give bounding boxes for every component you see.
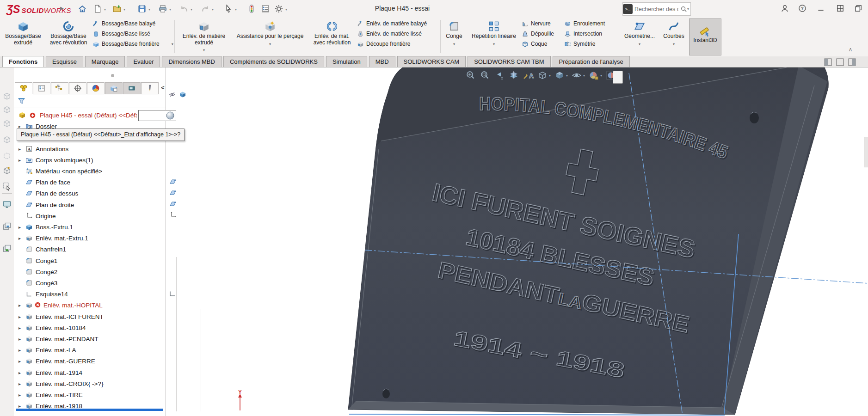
zoom-fit-icon[interactable] bbox=[465, 70, 476, 81]
tab-pr-paration-de-l-analyse[interactable]: Préparation de l'analyse bbox=[553, 56, 630, 67]
expand-icon[interactable]: ▸ bbox=[18, 236, 21, 241]
expand-icon[interactable]: ▸ bbox=[18, 158, 21, 163]
zoom-area-icon[interactable] bbox=[480, 70, 491, 81]
sketch-icon[interactable] bbox=[168, 289, 176, 297]
search-input[interactable] bbox=[633, 6, 680, 12]
tab-solidworks-cam[interactable]: SOLIDWORKS CAM bbox=[397, 56, 466, 67]
expand-icon[interactable]: ▸ bbox=[18, 370, 21, 375]
expand-icon[interactable]: ▸ bbox=[18, 124, 21, 129]
select-contour-icon[interactable] bbox=[2, 182, 12, 191]
edit-appearance-icon[interactable]: ▾ bbox=[588, 70, 602, 81]
ribbon-button-1[interactable]: Bossage/Baseavec révolution bbox=[45, 18, 92, 55]
panel-tab-configuration-manager-icon[interactable] bbox=[51, 82, 68, 94]
isometric-cube-icon[interactable] bbox=[2, 92, 12, 101]
perspective-cube-icon[interactable] bbox=[2, 135, 12, 144]
redo-icon-dropdown[interactable]: ▾ bbox=[212, 7, 214, 12]
tab-solidworks-cam-tbm[interactable]: SOLIDWORKS CAM TBM bbox=[468, 56, 550, 67]
open-icon[interactable] bbox=[112, 4, 122, 13]
expand-icon[interactable]: ▸ bbox=[18, 359, 21, 364]
filter-icon[interactable] bbox=[18, 97, 25, 105]
trimetric-cube-icon[interactable] bbox=[2, 119, 12, 128]
panel-splitter-handle[interactable] bbox=[111, 74, 114, 77]
user-account-icon[interactable] bbox=[781, 4, 790, 13]
toolbar-expand-icon[interactable]: ▶ bbox=[60, 6, 64, 11]
tab-esquisse[interactable]: Esquisse bbox=[46, 56, 83, 67]
ribbon-button-8[interactable]: Courbes▾ bbox=[659, 18, 688, 55]
command-search[interactable]: >_ ▾ bbox=[622, 2, 691, 16]
select-icon[interactable] bbox=[224, 4, 233, 13]
tab-simulation[interactable]: Simulation bbox=[326, 56, 367, 67]
panel-tab-cam-operation-icon[interactable] bbox=[123, 82, 141, 94]
panel-collapse-icon[interactable]: < bbox=[161, 84, 165, 91]
ribbon-button-5[interactable]: Congé▾ bbox=[442, 18, 466, 55]
tab-mbd[interactable]: MBD bbox=[369, 56, 395, 67]
hide-show-items-icon[interactable]: ▾ bbox=[571, 70, 585, 81]
tree-item-23[interactable]: ▸Enlèv. mat.-CROIX{ ->?} bbox=[14, 378, 165, 389]
tree-filter-row[interactable] bbox=[14, 95, 166, 108]
new-document-icon[interactable] bbox=[93, 4, 102, 13]
ribbon-button-0[interactable]: Bossage/Baseextrudé bbox=[2, 18, 44, 55]
plane-icon[interactable] bbox=[169, 200, 177, 208]
open-icon-dropdown[interactable]: ▾ bbox=[123, 7, 125, 12]
tree-item-7[interactable]: Plan de droite bbox=[14, 199, 165, 210]
previous-view-icon[interactable] bbox=[494, 70, 505, 81]
tree-item-22[interactable]: ▸Enlèv. mat.-1914 bbox=[14, 367, 165, 378]
ribbon-stack-item[interactable]: Découpe frontière bbox=[357, 39, 439, 49]
expand-icon[interactable]: ▸ bbox=[18, 348, 21, 353]
ribbon-stack-item[interactable]: Bossage/Base balayé bbox=[92, 18, 174, 29]
ribbon-stack-item[interactable]: Symétrie bbox=[564, 39, 617, 49]
expand-icon[interactable]: ▸ bbox=[18, 381, 21, 386]
panel-tab-dimxpert-manager-icon[interactable] bbox=[69, 82, 86, 94]
ribbon-stack-item[interactable]: Bossage/Base frontière▾ bbox=[92, 39, 174, 49]
ribbon-stack-item[interactable]: Coque bbox=[522, 39, 563, 49]
ribbon-stack-item[interactable]: Intersection bbox=[564, 29, 617, 39]
tree-item-4[interactable]: Matériau <non spécifié> bbox=[14, 165, 165, 177]
options-gear-icon-dropdown[interactable]: ▾ bbox=[285, 7, 287, 12]
dropdown-icon[interactable]: ▾ bbox=[232, 41, 308, 48]
tree-item-8[interactable]: Origine bbox=[14, 210, 165, 221]
tree-item-24[interactable]: ▸Enlèv. mat.-TIRE bbox=[14, 389, 165, 400]
help-icon[interactable]: ? bbox=[798, 4, 807, 13]
tree-item-6[interactable]: Plan de dessus bbox=[14, 188, 165, 199]
tree-item-20[interactable]: ▸Enlèv. mat.-LA bbox=[14, 344, 165, 355]
tree-item-9[interactable]: ▸Boss.-Extru.1 bbox=[14, 221, 165, 232]
section-view-icon[interactable] bbox=[508, 70, 519, 81]
paste-appearance-icon[interactable] bbox=[2, 244, 12, 253]
right-pane-toggle-icon[interactable] bbox=[848, 58, 856, 66]
plaque-3d-model[interactable]: HOPITAL COMPLEMENTAIRE 45 HOPITAL COMPLE… bbox=[166, 67, 868, 416]
panel-tab-appearance-manager-icon[interactable] bbox=[87, 82, 105, 94]
rollback-bar[interactable] bbox=[16, 409, 163, 411]
expand-icon[interactable]: ▸ bbox=[18, 147, 21, 152]
file-properties-icon[interactable] bbox=[261, 4, 270, 13]
home-icon[interactable] bbox=[78, 4, 87, 13]
dropdown-icon[interactable]: ▾ bbox=[467, 41, 521, 48]
search-dropdown-icon[interactable]: ▾ bbox=[687, 7, 689, 11]
tree-item-18[interactable]: ▸Enlèv. mat.-10184 bbox=[14, 322, 165, 333]
graphics-viewport[interactable]: HOPITAL COMPLEMENTAIRE 45 HOPITAL COMPLE… bbox=[166, 67, 868, 416]
ribbon-button-7[interactable]: Géométrie...▾ bbox=[621, 18, 659, 55]
ribbon-collapse-icon[interactable]: ᴧ bbox=[849, 46, 852, 53]
tree-item-16[interactable]: ▸Enlèv. mat.-HOPITAL bbox=[14, 300, 165, 311]
save-icon-dropdown[interactable]: ▾ bbox=[148, 7, 150, 12]
select-icon-dropdown[interactable]: ▾ bbox=[235, 7, 237, 12]
ribbon-button-3[interactable]: Assistance pour le perçage▾ bbox=[232, 18, 308, 55]
dropdown-icon[interactable]: ▾ bbox=[621, 41, 659, 48]
task-pane-edge-tab[interactable] bbox=[864, 137, 868, 167]
wireframe-cube-icon[interactable] bbox=[2, 151, 12, 160]
tile-windows-icon[interactable] bbox=[836, 4, 845, 13]
copy-appearance-icon[interactable] bbox=[2, 222, 12, 231]
tree-item-13[interactable]: Congé2 bbox=[14, 266, 165, 277]
expand-icon[interactable]: ▸ bbox=[18, 336, 21, 342]
options-gear-icon[interactable] bbox=[274, 4, 283, 13]
tree-item-3[interactable]: ▸Corps volumiques(1) bbox=[14, 154, 165, 165]
rebuild-icon[interactable] bbox=[247, 4, 256, 13]
tree-item-21[interactable]: ▸Enlèv. mat.-GUERRE bbox=[14, 355, 165, 367]
dimetric-cube-icon[interactable] bbox=[2, 105, 12, 114]
tree-item-10[interactable]: ▸Enlèv. mat.-Extru.1 bbox=[14, 232, 165, 244]
expand-icon[interactable]: ▸ bbox=[18, 325, 21, 330]
tab-compl-ments-de-solidworks[interactable]: Compléments de SOLIDWORKS bbox=[223, 56, 324, 67]
tab-evaluer[interactable]: Evaluer bbox=[127, 56, 160, 67]
tab-fonctions[interactable]: Fonctions bbox=[2, 56, 44, 67]
panel-tab-cam-feature-icon[interactable] bbox=[105, 82, 123, 94]
ribbon-button-4[interactable]: Enlèv. de mat.avec révolution bbox=[309, 18, 355, 55]
